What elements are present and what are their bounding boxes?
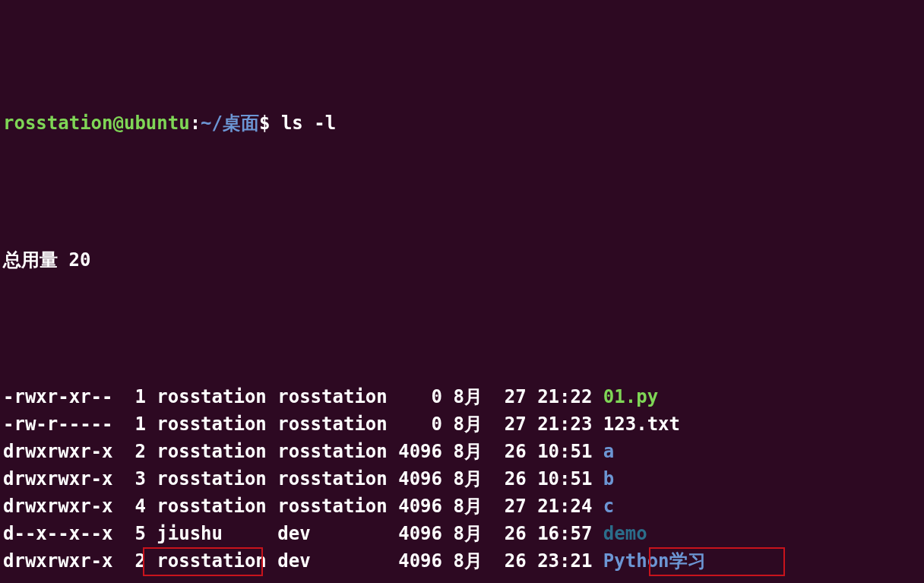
file-owner: rosstation <box>157 441 267 462</box>
terminal[interactable]: rosstation@ubuntu:~/桌面$ ls -l 总用量 20 -rw… <box>0 0 924 583</box>
ls-total: 总用量 20 <box>3 246 921 274</box>
prompt-user: rosstation <box>3 112 113 134</box>
ls-listing: -rwxr-xr-- 1 rosstation rosstation 0 8月 … <box>3 383 921 575</box>
file-name: 123.txt <box>603 413 680 435</box>
file-name: b <box>603 468 614 490</box>
ls-row: d--x--x--x 5 jiushu dev 4096 8月 26 16:57… <box>3 520 921 547</box>
ls-row: drwxrwxr-x 2 rosstation dev 4096 8月 26 2… <box>3 547 921 575</box>
prompt-path: ~/桌面 <box>201 112 259 134</box>
file-owner: rosstation <box>157 413 267 435</box>
file-name: c <box>603 496 614 517</box>
prompt-line: rosstation@ubuntu:~/桌面$ ls -l <box>3 109 921 137</box>
file-name: a <box>603 441 614 462</box>
ls-row: drwxrwxr-x 3 rosstation rosstation 4096 … <box>3 465 921 493</box>
file-name: 01.py <box>603 386 658 407</box>
file-owner: jiushu <box>157 523 267 544</box>
file-name: Python学习 <box>603 550 706 572</box>
ls-row: drwxrwxr-x 2 rosstation rosstation 4096 … <box>3 438 921 465</box>
ls-row: -rw-r----- 1 rosstation rosstation 0 8月 … <box>3 410 921 438</box>
file-owner: rosstation <box>157 550 267 572</box>
file-owner: rosstation <box>157 468 267 490</box>
file-name: demo <box>603 523 647 544</box>
file-owner: rosstation <box>157 386 267 407</box>
ls-row: drwxrwxr-x 4 rosstation rosstation 4096 … <box>3 493 921 520</box>
prompt-host: ubuntu <box>124 112 190 134</box>
command-ls: ls -l <box>281 112 336 134</box>
file-owner: rosstation <box>157 496 267 517</box>
ls-row: -rwxr-xr-- 1 rosstation rosstation 0 8月 … <box>3 383 921 410</box>
